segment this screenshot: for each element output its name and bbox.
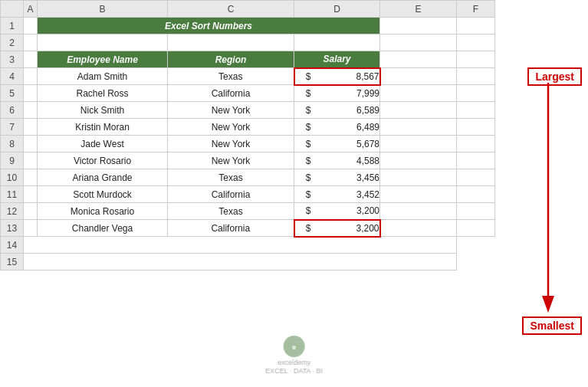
cell-salary-sign-9: $ — [294, 153, 311, 169]
rownum-15: 15 — [1, 254, 24, 271]
cell-e2 — [380, 34, 457, 51]
cell-e9 — [380, 153, 457, 169]
cell-a3 — [24, 51, 38, 68]
rownum-12: 12 — [1, 203, 24, 220]
cell-e3 — [380, 51, 457, 68]
cell-f5 — [457, 85, 495, 102]
title-cell: Excel Sort Numbers — [38, 18, 380, 34]
table-row: 7 Kristin Moran New York $ 6,489 — [1, 119, 495, 136]
rownum-14: 14 — [1, 237, 24, 254]
cell-name-12: Monica Rosario — [38, 203, 168, 220]
cell-f1 — [457, 18, 495, 34]
cell-salary-sign-7: $ — [294, 119, 311, 136]
cell-region-4: Texas — [168, 68, 294, 85]
cell-name-13: Chandler Vega — [38, 220, 168, 237]
cell-e8 — [380, 136, 457, 153]
cell-region-7: New York — [168, 119, 294, 136]
col-header-f: F — [457, 1, 495, 18]
cell-salary-val-4: 8,567 — [311, 68, 380, 85]
cell-a9 — [24, 153, 38, 169]
cell-region-10: Texas — [168, 169, 294, 186]
cell-row15 — [24, 254, 457, 271]
col-header-b: B — [38, 1, 168, 18]
cell-region-5: California — [168, 85, 294, 102]
cell-e12 — [380, 203, 457, 220]
cell-name-7: Kristin Moran — [38, 119, 168, 136]
cell-name-5: Rachel Ross — [38, 85, 168, 102]
svg-text:e: e — [292, 343, 296, 351]
cell-a13 — [24, 220, 38, 237]
header-region: Region — [168, 51, 294, 68]
watermark-icon: e — [287, 339, 301, 353]
cell-salary-val-8: 5,678 — [311, 136, 380, 153]
cell-f9 — [457, 153, 495, 169]
col-header-e: E — [380, 1, 457, 18]
cell-salary-val-5: 7,999 — [311, 85, 380, 102]
cell-f11 — [457, 186, 495, 203]
header-salary: Salary — [294, 51, 380, 68]
table-row: 12 Monica Rosario Texas $ 3,200 — [1, 203, 495, 220]
cell-salary-sign-6: $ — [294, 102, 311, 119]
header-employee: Employee Name — [38, 51, 168, 68]
rownum-2: 2 — [1, 34, 24, 51]
spreadsheet-table: A B C D E F 1 Excel Sort Numbers 2 — [0, 0, 495, 271]
cell-salary-sign-12: $ — [294, 203, 311, 220]
cell-salary-sign-4: $ — [294, 68, 311, 85]
cell-salary-sign-11: $ — [294, 186, 311, 203]
cell-salary-val-9: 4,588 — [311, 153, 380, 169]
table-header-row: 3 Employee Name Region Salary — [1, 51, 495, 68]
cell-f13 — [457, 220, 495, 237]
watermark-logo: e — [283, 336, 304, 357]
col-header-c: C — [168, 1, 294, 18]
cell-e4 — [380, 68, 457, 85]
cell-region-12: Texas — [168, 203, 294, 220]
cell-salary-val-13: 3,200 — [311, 220, 380, 237]
cell-a7 — [24, 119, 38, 136]
rownum-4: 4 — [1, 68, 24, 85]
cell-name-6: Nick Smith — [38, 102, 168, 119]
table-row: 9 Victor Rosario New York $ 4,588 — [1, 153, 495, 169]
table-row: 8 Jade West New York $ 5,678 — [1, 136, 495, 153]
cell-f4 — [457, 68, 495, 85]
cell-f2 — [457, 34, 495, 51]
cell-row14 — [24, 237, 457, 254]
cell-salary-sign-8: $ — [294, 136, 311, 153]
cell-c2 — [168, 34, 294, 51]
cell-a1 — [24, 18, 38, 34]
cell-e5 — [380, 85, 457, 102]
rownum-3: 3 — [1, 51, 24, 68]
cell-f12 — [457, 203, 495, 220]
cell-name-10: Ariana Grande — [38, 169, 168, 186]
rownum-11: 11 — [1, 186, 24, 203]
cell-name-9: Victor Rosario — [38, 153, 168, 169]
rownum-6: 6 — [1, 102, 24, 119]
cell-a8 — [24, 136, 38, 153]
cell-e13 — [380, 220, 457, 237]
col-header-row: A B C D E F — [1, 1, 495, 18]
cell-region-9: New York — [168, 153, 294, 169]
watermark-text: exceldemy EXCEL · DATA · BI — [265, 359, 323, 376]
cell-a4 — [24, 68, 38, 85]
cell-salary-sign-13: $ — [294, 220, 311, 237]
row-15: 15 — [1, 254, 495, 271]
cell-a2 — [24, 34, 38, 51]
cell-f3 — [457, 51, 495, 68]
cell-f7 — [457, 119, 495, 136]
cell-name-8: Jade West — [38, 136, 168, 153]
cell-region-8: New York — [168, 136, 294, 153]
cell-f10 — [457, 169, 495, 186]
cell-region-13: California — [168, 220, 294, 237]
table-row: 4 Adam Smith Texas $ 8,567 — [1, 68, 495, 85]
col-header-a: A — [24, 1, 38, 18]
cell-salary-val-7: 6,489 — [311, 119, 380, 136]
cell-a5 — [24, 85, 38, 102]
rownum-10: 10 — [1, 169, 24, 186]
table-row: 6 Nick Smith New York $ 6,589 — [1, 102, 495, 119]
rownum-9: 9 — [1, 153, 24, 169]
cell-salary-val-12: 3,200 — [311, 203, 380, 220]
table-row: 5 Rachel Ross California $ 7,999 — [1, 85, 495, 102]
cell-e6 — [380, 102, 457, 119]
cell-salary-sign-10: $ — [294, 169, 311, 186]
rownum-5: 5 — [1, 85, 24, 102]
cell-region-11: California — [168, 186, 294, 203]
